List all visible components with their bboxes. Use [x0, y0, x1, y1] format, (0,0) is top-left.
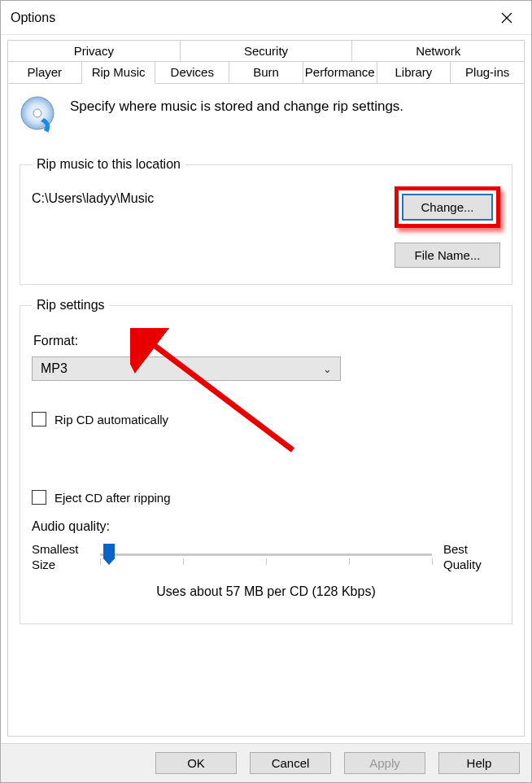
format-select[interactable]: MP3 ⌄ — [32, 357, 341, 381]
svg-point-1 — [33, 109, 41, 117]
tab-panel: Specify where music is stored and change… — [7, 83, 525, 737]
quality-slider[interactable] — [100, 542, 432, 571]
tab-player[interactable]: Player — [7, 61, 82, 84]
format-value: MP3 — [41, 361, 68, 376]
help-button[interactable]: Help — [438, 752, 520, 774]
tab-security[interactable]: Security — [181, 40, 353, 62]
tab-performance[interactable]: Performance — [303, 61, 377, 84]
cancel-button[interactable]: Cancel — [250, 752, 331, 774]
dialog-footer: OK Cancel Apply Help — [1, 743, 531, 782]
tab-plugins[interactable]: Plug-ins — [451, 61, 525, 84]
rip-location-path: C:\Users\ladyy\Music — [32, 186, 382, 268]
file-name-button[interactable]: File Name... — [395, 243, 500, 268]
intro-text: Specify where music is stored and change… — [70, 95, 403, 115]
quality-usage-text: Uses about 57 MB per CD (128 Kbps) — [32, 584, 500, 599]
window-title: Options — [11, 11, 489, 25]
eject-label: Eject CD after ripping — [55, 491, 171, 505]
tabs: Privacy Security Network Player Rip Musi… — [1, 35, 531, 84]
tab-network[interactable]: Network — [352, 40, 525, 62]
rip-settings-legend: Rip settings — [32, 298, 110, 313]
annotation-arrow — [130, 328, 309, 466]
intro-row: Specify where music is stored and change… — [20, 95, 512, 134]
rip-location-legend: Rip music to this location — [32, 157, 185, 172]
rip-location-group: Rip music to this location C:\Users\lady… — [20, 157, 512, 285]
tab-library[interactable]: Library — [377, 61, 451, 84]
tab-privacy[interactable]: Privacy — [7, 40, 181, 62]
tab-devices[interactable]: Devices — [155, 61, 229, 84]
change-button-highlight: Change... — [395, 186, 500, 228]
slider-max-label: Best Quality — [443, 542, 500, 573]
rip-auto-row[interactable]: Rip CD automatically — [32, 412, 500, 426]
slider-thumb[interactable] — [103, 544, 115, 565]
options-dialog: Options Privacy Security Network Player … — [0, 0, 532, 783]
eject-row[interactable]: Eject CD after ripping — [32, 490, 500, 505]
format-label: Format: — [33, 334, 500, 348]
tab-burn[interactable]: Burn — [229, 61, 303, 84]
rip-auto-checkbox[interactable] — [32, 412, 46, 426]
rip-settings-group: Rip settings Format: MP3 ⌄ Rip CD automa… — [20, 298, 512, 624]
chevron-down-icon: ⌄ — [323, 363, 332, 375]
tab-rip-music[interactable]: Rip Music — [82, 61, 156, 84]
cd-rip-icon — [20, 95, 59, 134]
ok-button[interactable]: OK — [155, 752, 237, 774]
titlebar: Options — [1, 1, 531, 35]
apply-button[interactable]: Apply — [344, 752, 425, 774]
eject-checkbox[interactable] — [32, 490, 46, 505]
close-icon[interactable] — [489, 5, 525, 31]
change-button[interactable]: Change... — [402, 194, 493, 221]
slider-min-label: Smallest Size — [32, 542, 89, 573]
rip-auto-label: Rip CD automatically — [55, 413, 168, 426]
audio-quality-label: Audio quality: — [32, 519, 500, 534]
